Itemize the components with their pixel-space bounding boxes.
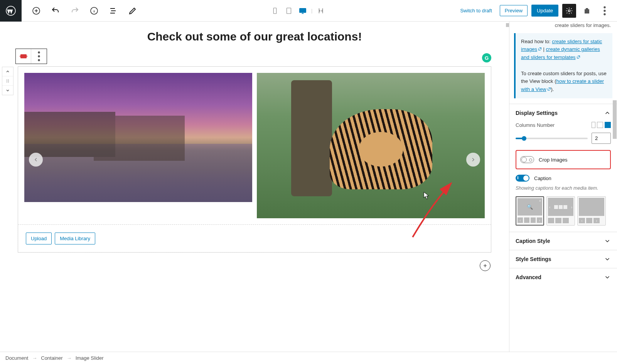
image-slider-block[interactable]: Upload Media Library [18,66,491,253]
sidebar-scrollbar[interactable] [613,100,617,139]
svg-point-15 [8,79,9,80]
svg-rect-5 [300,8,306,12]
layout-option-1[interactable]: ×🔍 ‹› [516,196,544,226]
responsive-device-picker[interactable] [592,122,611,128]
info-prefix: Read how to: [521,39,552,44]
media-library-button[interactable]: Media Library [55,233,95,244]
svg-point-8 [604,10,605,12]
slider-next-button[interactable] [466,153,480,167]
block-type-icon[interactable] [16,49,31,64]
switch-to-draft-button[interactable]: Switch to draft [456,5,496,16]
undo-button[interactable] [49,4,62,18]
svg-point-6 [568,10,570,12]
svg-point-11 [38,51,40,53]
sidebar-intro-text: create sliders for images. [509,22,617,33]
device-mobile-icon[interactable] [270,5,280,16]
columns-number-input[interactable] [592,133,611,144]
display-settings-title: Display Settings [516,110,558,116]
svg-point-7 [604,6,605,8]
page-heading[interactable]: Check out some of our great locations! [8,30,501,43]
mini-mobile-icon[interactable] [592,122,595,128]
block-mover[interactable] [2,67,13,95]
style-settings-panel-toggle[interactable]: Style Settings [509,250,617,268]
media-upload-area: Upload Media Library [18,224,491,253]
chevron-down-icon [604,274,611,281]
spacing-icon[interactable] [315,5,326,16]
settings-button[interactable] [562,4,576,18]
add-block-button[interactable] [29,4,43,18]
info-box: Read how to: create sliders for static i… [514,33,612,99]
breadcrumb-document[interactable]: Document [5,355,28,361]
slide-image-1[interactable] [24,73,252,202]
slider-prev-button[interactable] [29,153,43,167]
block-options-button[interactable] [31,49,47,64]
chevron-down-icon [604,256,611,263]
caption-toggle[interactable] [516,175,529,182]
outline-button[interactable] [106,4,120,18]
caption-help-text: Showing captions for each media item. [516,185,611,191]
caption-style-panel-toggle[interactable]: Caption Style [509,232,617,250]
svg-point-9 [604,13,605,15]
top-toolbar: | Switch to draft Preview Update [0,0,617,22]
move-down-button[interactable] [2,86,13,95]
display-settings-panel-toggle[interactable]: Display Settings [509,104,617,122]
svg-point-12 [38,55,40,57]
layout-option-3[interactable]: ‹› [577,196,606,226]
mini-desktop-icon[interactable] [605,122,611,128]
drag-handle-icon[interactable] [2,76,13,86]
move-up-button[interactable] [2,67,13,76]
chevron-down-icon [604,238,611,244]
preview-button[interactable]: Preview [500,5,528,16]
plugins-icon[interactable] [580,4,594,18]
caption-label: Caption [534,175,551,181]
redo-button [68,4,82,18]
mini-tablet-icon[interactable] [597,122,603,128]
svg-point-13 [38,59,40,61]
svg-point-17 [8,81,9,81]
device-tablet-icon[interactable] [283,5,294,16]
update-button[interactable]: Update [531,5,558,17]
external-link-icon [538,47,542,51]
advanced-panel-toggle[interactable]: Advanced [509,268,617,286]
block-toolbar [15,49,47,64]
breadcrumb-image-slider[interactable]: Image Slider [76,355,104,361]
upload-button[interactable]: Upload [26,233,52,244]
svg-rect-3 [273,8,276,13]
device-desktop-icon[interactable] [297,5,308,16]
crop-images-toggle[interactable] [520,156,534,163]
chevron-up-icon [604,110,611,116]
crop-images-label: Crop Images [539,157,567,163]
svg-point-14 [7,79,7,80]
svg-point-19 [8,82,9,83]
external-link-icon [547,87,551,91]
scrollbar[interactable] [506,23,509,27]
settings-sidebar: create sliders for images. Read how to: … [509,22,617,352]
columns-number-label: Columns Number [516,122,592,128]
external-link-icon [577,55,580,59]
info-button[interactable] [87,4,101,18]
svg-rect-10 [20,54,26,58]
svg-point-18 [7,82,7,83]
crop-images-highlight: Crop Images [516,150,611,169]
thumbnail-layout-picker: ×🔍 ‹› ‹› ‹› [516,196,611,226]
grammarly-icon[interactable]: G [482,53,491,62]
add-block-inline-button[interactable] [480,260,491,271]
breadcrumb-container[interactable]: Container [41,355,62,361]
svg-point-16 [7,81,7,81]
breadcrumb: Document → Container → Image Slider [0,352,617,364]
slide-image-2[interactable] [257,73,485,218]
svg-rect-4 [287,8,291,13]
layout-option-2[interactable]: ‹› [546,196,575,226]
wordpress-logo[interactable] [0,0,22,22]
more-options-button[interactable] [598,4,612,18]
columns-slider[interactable] [516,138,588,139]
editor-canvas: G Check out some of our great locations!… [0,22,509,352]
edit-button[interactable] [126,4,140,18]
